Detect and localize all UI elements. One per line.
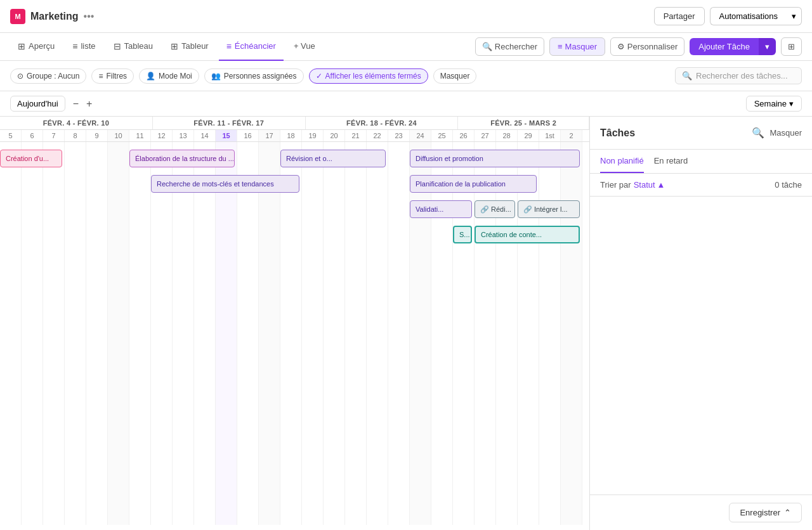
filtres-filter[interactable]: ≡ Filtres (91, 68, 134, 84)
semaine-label: Semaine (754, 99, 787, 108)
masquer-filter[interactable]: Masquer (433, 68, 477, 84)
task-bar[interactable]: Planification de la publication (410, 175, 537, 193)
tab-apercu[interactable]: ⊞ Aperçu (10, 33, 62, 61)
apercu-icon: ⊞ (18, 41, 25, 51)
task-search[interactable]: 🔍 Rechercher des tâches... (675, 67, 802, 84)
task-bar[interactable]: Création de conte... (475, 226, 580, 243)
echeancier-icon: ≡ (226, 41, 232, 51)
panel-tabs: Non planifié En retard (590, 150, 812, 174)
day-header: 29 (518, 130, 539, 141)
task-count: 0 tâche (775, 180, 802, 190)
groupe-filter[interactable]: ⊙ Groupe : Aucun (10, 68, 86, 84)
day-header: 23 (388, 130, 410, 141)
task-bar[interactable]: Diffusion et promotion (410, 150, 580, 167)
toolbar: ⊙ Groupe : Aucun ≡ Filtres 👤 Mode Moi 👥 … (0, 61, 812, 91)
day-header: 2 (561, 130, 582, 141)
personnes-filter[interactable]: 👥 Personnes assignées (204, 68, 304, 84)
more-views-button[interactable]: ⊞ (781, 37, 802, 56)
week-headers: FÉVR. 4 - FÉVR. 10FÉVR. 11 - FÉVR. 17FÉV… (0, 117, 589, 130)
day-header: 19 (302, 130, 324, 141)
automations-caret[interactable]: ▾ (787, 7, 802, 25)
masquer-icon: ≡ (558, 42, 563, 51)
day-header: 15 (216, 130, 237, 141)
next-button[interactable]: + (84, 97, 95, 111)
share-button[interactable]: Partager (654, 7, 705, 25)
tab-liste[interactable]: ≡ liste (65, 33, 103, 61)
today-button[interactable]: Aujourd'hui (10, 96, 65, 112)
panel-masquer-label[interactable]: Masquer (769, 128, 802, 138)
sort-field-text: Statut (634, 180, 655, 190)
search-icon: 🔍 (682, 71, 692, 81)
day-header: 11 (129, 130, 151, 141)
right-panel: Tâches 🔍 Masquer Non planifié En retard … (590, 117, 812, 530)
tab-add-vue[interactable]: + Vue (286, 33, 323, 61)
day-header: 18 (280, 130, 302, 141)
day-headers: 5678910111213141516171819202122232425262… (0, 130, 589, 141)
tab-liste-label: liste (81, 41, 95, 51)
day-header: 21 (345, 130, 367, 141)
personnaliser-button[interactable]: ⚙ Personnaliser (610, 37, 684, 56)
day-header: 8 (65, 130, 86, 141)
gantt-tasks: Création d'u...Élaboration de la structu… (0, 142, 589, 254)
task-bar[interactable]: S... (453, 226, 472, 243)
task-bar[interactable]: Validati... (410, 200, 472, 218)
afficher-label: Afficher les éléments fermés (325, 72, 421, 81)
search-placeholder: Rechercher des tâches... (696, 71, 788, 81)
tab-non-planifie[interactable]: Non planifié (600, 150, 644, 173)
masquer-nav-label: Masquer (565, 42, 598, 51)
prev-button[interactable]: − (70, 97, 81, 111)
week-header: FÉVR. 4 - FÉVR. 10 (0, 117, 153, 129)
ajouter-tache-group: Ajouter Tâche ▾ (690, 38, 776, 55)
sort-field-button[interactable]: Statut ▲ (634, 180, 665, 190)
navtabs-right: 🔍 Rechercher ≡ Masquer ⚙ Personnaliser A… (475, 37, 802, 56)
tab-echeancier[interactable]: ≡ Échéancier (219, 33, 284, 61)
filtres-icon: ≡ (98, 72, 103, 81)
panel-header-icons: 🔍 Masquer (752, 127, 802, 139)
day-header: 27 (475, 130, 496, 141)
topbar-left: M Marketing ••• (10, 9, 94, 24)
search-nav-button[interactable]: 🔍 Rechercher (475, 37, 544, 56)
personnaliser-label: Personnaliser (627, 42, 678, 51)
day-header: 5 (0, 130, 22, 141)
save-chevron: ⌃ (784, 508, 791, 517)
panel-header: Tâches 🔍 Masquer (590, 117, 812, 150)
afficher-filter[interactable]: ✓ Afficher les éléments fermés (309, 68, 428, 84)
bottom-bar: Enregistrer ⌃ (590, 494, 812, 530)
day-header: 1st (539, 130, 561, 141)
masquer-nav-button[interactable]: ≡ Masquer (549, 37, 605, 56)
semaine-button[interactable]: Semaine ▾ (746, 96, 802, 112)
tab-tableau-label: Tableau (124, 41, 154, 51)
tab-tableau[interactable]: ⊟ Tableau (106, 33, 161, 61)
sort-icon: ▲ (657, 180, 665, 190)
task-bar[interactable]: 🔗 Rédi... (475, 200, 515, 218)
day-header: 24 (410, 130, 431, 141)
search-nav-label: Rechercher (495, 42, 537, 51)
task-bar[interactable]: Élaboration de la structure du ... (129, 150, 235, 167)
task-bar[interactable]: 🔗 Intégrer l... (518, 200, 580, 218)
panel-search-button[interactable]: 🔍 (752, 127, 764, 139)
tab-apercu-label: Aperçu (29, 41, 55, 51)
tab-tableur[interactable]: ⊞ Tableur (163, 33, 216, 61)
groupe-label: Groupe : Aucun (27, 72, 79, 81)
day-header: 20 (324, 130, 345, 141)
task-bar[interactable]: Recherche de mots-clés et tendances (151, 175, 299, 193)
mode-moi-filter[interactable]: 👤 Mode Moi (139, 68, 199, 84)
tab-en-retard[interactable]: En retard (654, 150, 688, 173)
day-header: 25 (431, 130, 453, 141)
sort-label: Trier par (600, 180, 631, 190)
masquer-toolbar-label: Masquer (440, 72, 470, 81)
tab-echeancier-label: Échéancier (235, 41, 276, 51)
save-button[interactable]: Enregistrer ⌃ (729, 503, 802, 522)
day-header: 28 (496, 130, 518, 141)
day-header: 14 (194, 130, 216, 141)
task-bar[interactable]: Révision et o... (280, 150, 386, 167)
ajouter-tache-caret[interactable]: ▾ (759, 38, 776, 55)
ajouter-tache-button[interactable]: Ajouter Tâche (690, 38, 759, 55)
tab-tableur-label: Tableur (181, 41, 209, 51)
task-bar[interactable]: Création d'u... (0, 150, 62, 167)
automations-button[interactable]: Automatisations (710, 7, 787, 25)
more-options-button[interactable]: ••• (84, 11, 95, 22)
filtres-label: Filtres (106, 72, 127, 81)
today-bar: Aujourd'hui − + Semaine ▾ (0, 91, 812, 117)
gantt-header: FÉVR. 4 - FÉVR. 10FÉVR. 11 - FÉVR. 17FÉV… (0, 117, 589, 142)
